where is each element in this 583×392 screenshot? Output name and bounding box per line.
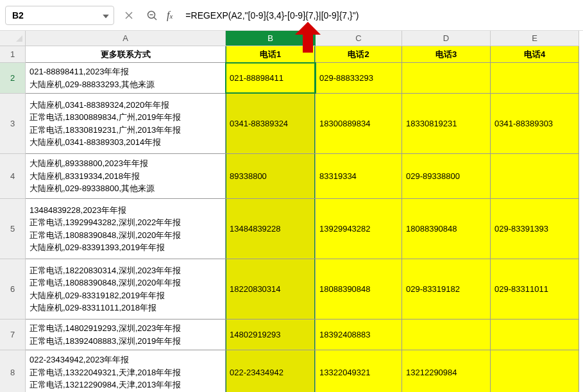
formula-input[interactable] [182,6,578,25]
row-header[interactable]: 8 [0,350,26,392]
table-row: 大陆座机,0341-88389324,2020年年报 正常电话,18300889… [26,94,579,154]
cell-phone4[interactable]: 029-83391393 [491,199,579,259]
cell-phone1[interactable]: 89338800 [226,154,316,198]
column-header[interactable]: C [316,31,402,46]
cell-source[interactable]: 大陆座机,0341-88389324,2020年年报 正常电话,18300889… [26,94,226,153]
row-header[interactable]: 1 [0,46,26,63]
cell-source[interactable]: 021-88898411,2023年年报 大陆座机,029-88833293,其… [26,63,226,93]
row-header[interactable]: 7 [0,320,26,350]
zoom-out-icon[interactable] [144,7,160,24]
cell-source[interactable]: 大陆座机,89338800,2023年年报 大陆座机,83319334,2018… [26,154,226,198]
cell-phone2[interactable]: 18300889834 [316,94,402,153]
cell-phone4[interactable] [491,350,579,392]
cell-phone2[interactable]: 83319334 [316,154,402,198]
cell-phone3[interactable] [402,320,491,350]
header-cell-a[interactable]: 更多联系方式 [26,46,226,62]
table-row: 021-88898411,2023年年报 大陆座机,029-88833293,其… [26,63,579,94]
table-row: 大陆座机,89338800,2023年年报 大陆座机,83319334,2018… [26,154,579,199]
cell-phone4[interactable]: 029-83311011 [491,259,579,319]
cell-phone3[interactable]: 029-83319182 [402,259,491,319]
cell-phone1[interactable]: 021-88898411 [226,63,316,93]
cell-phone4[interactable] [491,154,579,198]
column-header[interactable]: A [26,31,226,46]
name-box[interactable] [5,6,114,25]
formula-bar: fx [0,0,583,31]
table-row: 13484839228,2023年年报 正常电话,13929943282,深圳,… [26,199,579,259]
cell-phone2[interactable]: 13322049321 [316,350,402,392]
cell-phone2[interactable]: 029-88833293 [316,63,402,93]
row-header[interactable]: 6 [0,259,26,320]
cell-phone3[interactable]: 18088390848 [402,199,491,259]
row-header-column: 1 2 3 4 5 6 7 8 [0,31,26,392]
cell-phone2[interactable]: 18088390848 [316,259,402,319]
fx-icon[interactable]: fx [167,10,173,21]
cell-phone2[interactable]: 18392408883 [316,320,402,350]
row-header[interactable]: 3 [0,94,26,154]
cell-phone3[interactable] [402,63,491,93]
header-cell-e[interactable]: 电话4 [491,46,579,62]
cell-source[interactable]: 13484839228,2023年年报 正常电话,13929943282,深圳,… [26,199,226,259]
header-cell-d[interactable]: 电话3 [402,46,491,62]
row-header[interactable]: 2 [0,63,26,94]
row-header[interactable]: 5 [0,199,26,259]
svg-line-1 [154,17,156,20]
cell-phone4[interactable]: 0341-88389303 [491,94,579,153]
cell-phone3[interactable]: 18330819231 [402,94,491,153]
table-row: 022-23434942,2023年年报 正常电话,13322049321,天津… [26,350,579,392]
select-all-corner[interactable] [0,31,26,46]
svg-marker-3 [295,22,321,53]
cell-phone1[interactable]: 13484839228 [226,199,316,259]
cell-phone3[interactable]: 029-89338800 [402,154,491,198]
row-header[interactable]: 4 [0,154,26,199]
cell-phone1[interactable]: 14802919293 [226,320,316,350]
cell-phone1[interactable]: 0341-88389324 [226,94,316,153]
header-cell-c[interactable]: 电话2 [316,46,402,62]
cell-phone1[interactable]: 022-23434942 [226,350,316,392]
column-header[interactable]: E [491,31,579,46]
cell-phone3[interactable]: 13212290984 [402,350,491,392]
cancel-icon[interactable] [121,7,137,24]
cell-phone4[interactable] [491,320,579,350]
cell-source[interactable]: 正常电话,14802919293,深圳,2023年年报 正常电话,1839240… [26,320,226,350]
cell-source[interactable]: 022-23434942,2023年年报 正常电话,13322049321,天津… [26,350,226,392]
table-row: 正常电话,18220830314,深圳,2023年年报 正常电话,1808839… [26,259,579,320]
cell-source[interactable]: 正常电话,18220830314,深圳,2023年年报 正常电话,1808839… [26,259,226,319]
cell-phone1[interactable]: 18220830314 [226,259,316,319]
column-header[interactable]: D [402,31,491,46]
cell-phone2[interactable]: 13929943282 [316,199,402,259]
spreadsheet-grid: 1 2 3 4 5 6 7 8 A B C D E 更多联系方式 电话1 电话2… [0,31,583,392]
cell-phone4[interactable] [491,63,579,93]
table-row: 正常电话,14802919293,深圳,2023年年报 正常电话,1839240… [26,320,579,350]
